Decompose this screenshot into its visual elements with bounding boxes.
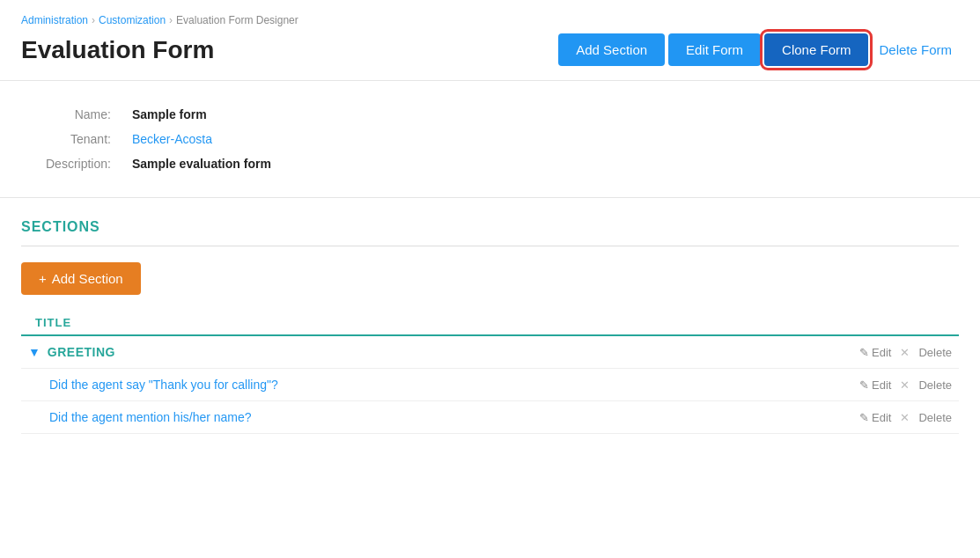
form-info: Name: Sample form Tenant: Becker-Acosta … [0,81,980,198]
page-title: Evaluation Form [21,36,214,64]
action-sep-q1: ✕ [900,378,910,392]
delete-form-button[interactable]: Delete Form [872,33,959,66]
question-edit-link[interactable]: ✎ Edit [859,378,891,392]
tenant-value: Becker-Acosta [122,127,282,151]
action-separator: ✕ [900,346,910,359]
delete-label: Delete [918,346,952,359]
section-actions: ✎ Edit ✕ Delete [859,346,952,359]
plus-icon: + [39,271,47,286]
tenant-label: Tenant: [35,127,122,151]
section-row: ▼ GREETING ✎ Edit ✕ Delete [21,336,959,369]
edit-icon-q1: ✎ [859,378,869,392]
section-edit-link[interactable]: ✎ Edit [859,346,891,359]
edit-label-q1: Edit [872,378,891,392]
tenant-link[interactable]: Becker-Acosta [132,132,212,146]
add-section-label: Add Section [52,271,123,286]
sections-heading: SECTIONS [21,219,959,235]
section-title: GREETING [48,345,115,359]
table-header: TITLE [21,311,959,336]
description-label: Description: [35,151,122,176]
section-row-left: ▼ GREETING [28,345,115,359]
section-collapse-icon[interactable]: ▼ [28,345,41,359]
question-delete-link-2[interactable]: Delete [918,411,952,424]
delete-label-q2: Delete [918,411,952,424]
name-label: Name: [35,102,122,127]
description-value: Sample evaluation form [122,151,282,176]
delete-label-q1: Delete [918,378,952,392]
edit-icon: ✎ [859,346,869,359]
breadcrumb-customization[interactable]: Customization [99,14,166,26]
edit-form-button[interactable]: Edit Form [668,33,761,66]
question-edit-link-2[interactable]: ✎ Edit [859,411,891,424]
edit-label: Edit [872,346,891,359]
add-section-button[interactable]: Add Section [558,33,665,66]
question-text[interactable]: Did the agent mention his/her name? [49,410,252,424]
breadcrumb-administration[interactable]: Administration [21,14,88,26]
question-actions: ✎ Edit ✕ Delete [859,411,952,424]
title-column-header: TITLE [35,316,71,329]
name-value: Sample form [122,102,282,127]
question-row: Did the agent say "Thank you for calling… [21,369,959,401]
breadcrumb-sep-2: › [169,14,173,26]
sections-divider [21,246,959,246]
question-text[interactable]: Did the agent say "Thank you for calling… [49,378,278,392]
edit-icon-q2: ✎ [859,411,869,424]
add-section-inline-button[interactable]: + Add Section [21,262,141,295]
sections-area: SECTIONS + Add Section TITLE ▼ GREETING … [0,198,980,434]
question-delete-link[interactable]: Delete [918,378,952,392]
section-delete-link[interactable]: Delete [918,346,952,359]
question-row: Did the agent mention his/her name? ✎ Ed… [21,401,959,434]
question-actions: ✎ Edit ✕ Delete [859,378,952,392]
breadcrumb-current: Evaluation Form Designer [176,14,298,26]
breadcrumb: Administration › Customization › Evaluat… [21,14,959,26]
breadcrumb-sep-1: › [92,14,95,26]
clone-form-button[interactable]: Clone Form [764,33,868,66]
action-sep-q2: ✕ [900,411,910,424]
edit-label-q2: Edit [872,411,891,424]
header-actions: Add Section Edit Form Clone Form Delete … [558,33,959,66]
